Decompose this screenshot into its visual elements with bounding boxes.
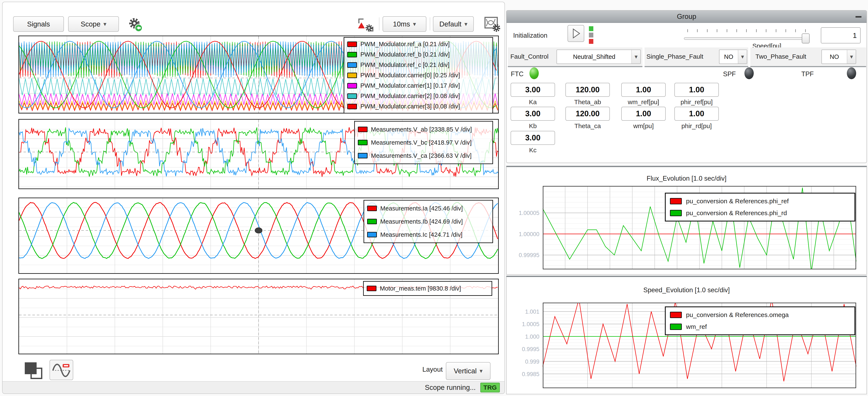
series-label: PWM_Modulator.ref_a [0.21 /div] [360, 41, 450, 48]
single-phase-fault-value: NO [719, 53, 738, 60]
preset-value: Default [439, 20, 462, 28]
single-phase-fault-dropdown[interactable]: NO ▾ [719, 50, 747, 64]
capture-settings-icon[interactable] [126, 16, 144, 34]
svg-text:1.0005: 1.0005 [522, 321, 539, 328]
speed-slider-handle[interactable] [802, 33, 810, 44]
fault-control-dropdown[interactable]: Neutral_Shifted ▾ [557, 50, 641, 64]
series-label: pu_conversion & References.phi_rd [686, 209, 787, 217]
legend-item: PWM_Modulator.carrier[1] [0.17 /div] [344, 81, 492, 91]
scope-plot-currents[interactable]: Measurements.Ia [425.46 /div] Measuremen… [19, 198, 499, 274]
series-label: Measurements.V_ca [2366.63 V /div] [371, 152, 472, 159]
field-label: Kb [510, 122, 555, 130]
svg-text:0.999: 0.999 [525, 359, 539, 365]
merge-plots-icon[interactable] [23, 361, 45, 380]
legend-item: Measurements.V_ab [2338.85 V /div] [355, 123, 492, 136]
number-input[interactable]: 3.00 [510, 107, 555, 121]
two-phase-fault-dropdown[interactable]: NO ▾ [822, 50, 856, 64]
number-input[interactable]: 120.00 [565, 83, 610, 97]
series-label: pu_conversion & References.omega [686, 311, 789, 318]
chevron-down-icon: ▾ [631, 50, 640, 63]
field-label: phir_ref[pu] [674, 98, 719, 106]
flux-chart-title: Flux_Evolution [1.0 sec/div] [506, 175, 867, 182]
legend-item: PWM_Modulator.carrier[0] [0.25 /div] [344, 70, 492, 81]
trigger-settings-icon[interactable] [356, 16, 375, 34]
field-kc: 3.00Kc [510, 131, 555, 154]
svg-text:0.99995: 0.99995 [519, 252, 539, 258]
spf-led-label: SPF [723, 70, 736, 78]
number-input[interactable]: 1.00 [621, 83, 666, 97]
speed-slider[interactable] [684, 37, 809, 40]
series-label: PWM_Modulator.ref_b [0.21 /div] [360, 51, 450, 58]
number-input[interactable]: 1.00 [674, 107, 719, 121]
speed-evolution-panel: Speed_Evolution [1.0 sec/div] 1.0011.000… [506, 276, 867, 394]
scope-status-text: Scope running... [425, 384, 476, 392]
series-label: PWM_Modulator.carrier[0] [0.25 /div] [360, 72, 460, 79]
legend-item: PWM_Modulator.ref_a [0.21 /div] [344, 39, 492, 49]
series-label: Motor_meas.tem [9830.8 /div] [380, 285, 461, 292]
field-label: phir_rd[pu] [674, 122, 719, 130]
number-input[interactable]: 1.00 [621, 107, 666, 121]
legend-item: PWM_Modulator.ref_b [0.21 /div] [344, 49, 492, 60]
group-panel-title: Group [677, 12, 696, 21]
timebase-value: 10ms [393, 20, 410, 28]
chevron-down-icon: ▾ [464, 21, 467, 27]
field-label: Theta_ab [565, 98, 610, 106]
scada-panel-region: Group Initialization Speed[pu] 1 [506, 0, 867, 396]
series-swatch [347, 83, 357, 88]
svg-text:0.9995: 0.9995 [522, 346, 539, 352]
field-label: wm_ref[pu] [621, 98, 666, 106]
spf-led-indicator [744, 67, 754, 79]
flux-evolution-panel: Flux_Evolution [1.0 sec/div] 1.000051.00… [506, 166, 867, 275]
legend-item: Measurements.V_ca [2366.63 V /div] [355, 149, 492, 162]
legend-item: Measurements.V_bc [2418.97 V /div] [355, 136, 492, 149]
minimize-icon[interactable] [856, 16, 862, 18]
legend-item: pu_conversion & References.omega [666, 309, 855, 321]
field-theta-ab: 120.00Theta_ab [565, 83, 610, 106]
series-label: Measurements.V_ab [2338.85 V /div] [371, 126, 472, 133]
single-phase-fault-label: Single_Phase_Fault [646, 53, 703, 60]
series-swatch [347, 62, 357, 68]
series-swatch [358, 140, 368, 145]
series-swatch [367, 219, 377, 224]
chevron-down-icon: ▾ [480, 368, 483, 374]
run-indicator-red [589, 39, 593, 44]
field-ka: 3.00Ka [510, 83, 555, 106]
scope-plot-pwm[interactable]: PWM_Modulator.ref_a [0.21 /div] PWM_Modu… [19, 35, 499, 114]
toolbar-separator [430, 17, 430, 30]
scope-plot-torque[interactable]: Motor_meas.tem [9830.8 /div] [19, 279, 499, 354]
layout-dropdown[interactable]: Vertical ▾ [446, 362, 491, 380]
signals-button[interactable]: Signals [13, 16, 64, 32]
number-input[interactable]: 3.00 [510, 131, 555, 145]
number-input[interactable]: 3.00 [510, 83, 555, 97]
field-kb: 3.00Kb [510, 107, 555, 130]
scope-select-dropdown[interactable]: Scope ▾ [68, 16, 119, 32]
speed-value-input[interactable]: 1 [821, 27, 861, 44]
run-indicator-green [589, 26, 593, 31]
number-input[interactable]: 1.00 [674, 83, 719, 97]
svg-text:1.001: 1.001 [525, 309, 539, 315]
ftc-led-indicator [529, 67, 539, 79]
series-label: PWM_Modulator.carrier[1] [0.17 /div] [360, 82, 460, 89]
plot-legend: Motor_meas.tem [9830.8 /div] [363, 281, 492, 296]
toolbar-separator [379, 17, 379, 30]
timebase-dropdown[interactable]: 10ms ▾ [382, 16, 426, 32]
field-phir-ref: 1.00phir_ref[pu] [674, 83, 719, 106]
initialization-label: Initialization [513, 32, 548, 39]
series-swatch [347, 41, 357, 47]
preset-dropdown[interactable]: Default ▾ [433, 16, 474, 32]
legend-item: pu_conversion & References.phi_rd [666, 207, 855, 219]
series-swatch [347, 104, 357, 109]
field-theta-ca: 120.00Theta_ca [565, 107, 610, 130]
series-label: Measurements.Ia [425.46 /div] [380, 205, 463, 212]
scope-status-bar: Scope running... TRG [3, 381, 504, 393]
scope-options-icon[interactable] [483, 16, 501, 34]
group-panel: Group Initialization Speed[pu] 1 [506, 10, 867, 163]
initialization-run-button[interactable] [567, 25, 584, 42]
fault-control-value: Neutral_Shifted [557, 53, 631, 60]
sine-wave-icon [52, 362, 71, 377]
number-input[interactable]: 120.00 [565, 107, 610, 121]
series-swatch [367, 206, 377, 211]
speed-chart-title: Speed_Evolution [1.0 sec/div] [506, 286, 867, 294]
signal-view-button[interactable] [50, 360, 73, 380]
scope-plot-voltages[interactable]: Measurements.V_ab [2338.85 V /div] Measu… [19, 119, 499, 189]
